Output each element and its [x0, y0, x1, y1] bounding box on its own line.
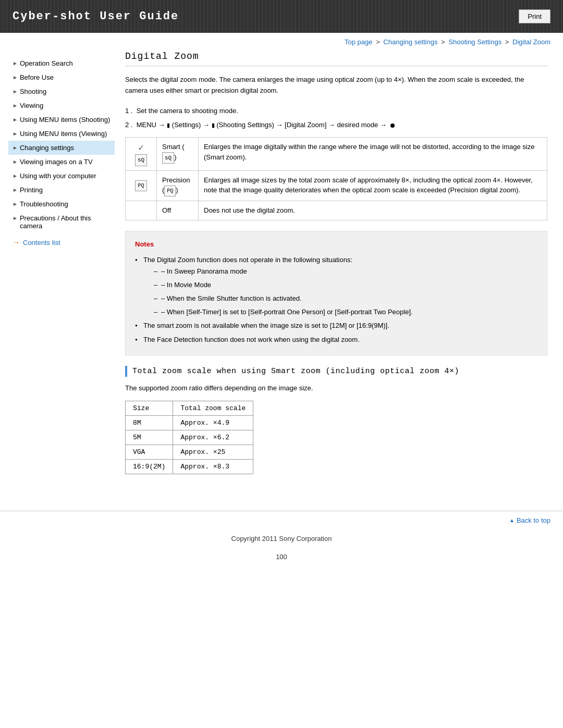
note-text-2: The smart zoom is not available when the… — [143, 322, 389, 329]
step-2-text: 2 . MENU → ▮ (Settings) → ▮ (Shooting Se… — [125, 121, 395, 129]
print-button[interactable]: Print — [519, 9, 550, 23]
list-item: – When the Smile Shutter function is act… — [154, 293, 537, 304]
precision-icon-cell: PQ — [126, 170, 157, 201]
arrow-icon: ► — [13, 159, 18, 165]
list-item: – In Sweep Panorama mode — [154, 266, 537, 277]
breadcrumb: Top page > Changing settings > Shooting … — [0, 33, 563, 51]
section-heading: Total zoom scale when using Smart zoom (… — [125, 366, 547, 377]
sidebar-item-label: Operation Search — [20, 59, 111, 67]
arrow-icon: ► — [13, 60, 18, 66]
intro-paragraph: Selects the digital zoom mode. The camer… — [125, 75, 547, 96]
step-1-text: 1 . Set the camera to shooting mode. — [125, 107, 238, 115]
sidebar-item-label: Troubleshooting — [20, 200, 111, 208]
checkmark-icon: ✓ — [138, 143, 144, 152]
zoom-options-table: ✓ sQ Smart (sQ) Enlarges the image digit… — [125, 137, 547, 220]
arrow-icon: ► — [13, 89, 18, 94]
contents-list-label: Contents list — [23, 239, 60, 246]
sidebar-item-shooting[interactable]: ► Shooting — [8, 84, 115, 98]
breadcrumb-digital-zoom[interactable]: Digital Zoom — [512, 38, 550, 46]
sidebar-item-label: Precautions / About this camera — [20, 214, 111, 230]
zoom-cell: Approx. ×25 — [173, 445, 253, 460]
note-text-3: The Face Detection function does not wor… — [143, 336, 360, 343]
table-row: 5M Approx. ×6.2 — [126, 430, 253, 445]
sub-notes-list: – In Sweep Panorama mode – In Movie Mode… — [143, 266, 537, 318]
steps-section: 1 . Set the camera to shooting mode. 2 .… — [125, 105, 547, 131]
step-2: 2 . MENU → ▮ (Settings) → ▮ (Shooting Se… — [125, 119, 547, 131]
sidebar-item-label: Using MENU items (Viewing) — [20, 130, 111, 138]
arrow-right-icon: → — [13, 238, 20, 246]
sidebar-item-changing-settings[interactable]: ► Changing settings — [8, 141, 115, 155]
table-row: VGA Approx. ×25 — [126, 445, 253, 460]
list-item: The smart zoom is not available when the… — [135, 320, 537, 331]
sidebar: ► Operation Search ► Before Use ► Shooti… — [0, 51, 115, 495]
sidebar-item-troubleshooting[interactable]: ► Troubleshooting — [8, 197, 115, 211]
sidebar-item-label: Changing settings — [20, 144, 111, 152]
list-item: – When [Self-Timer] is set to [Self-port… — [154, 306, 537, 318]
sidebar-item-label: Shooting — [20, 88, 111, 95]
sidebar-item-label: Viewing — [20, 102, 111, 109]
smart-icon-box: sQ — [135, 154, 147, 166]
breadcrumb-changing[interactable]: Changing settings — [383, 38, 437, 46]
size-col-header: Size — [126, 401, 173, 416]
notes-box: Notes The Digital Zoom function does not… — [125, 231, 547, 355]
sidebar-item-menu-viewing[interactable]: ► Using MENU items (Viewing) — [8, 127, 115, 141]
app-title: Cyber-shot User Guide — [13, 10, 179, 23]
table-row: Off Does not use the digital zoom. — [126, 201, 547, 220]
back-to-top-link[interactable]: ▲ Back to top — [509, 516, 550, 524]
page-title: Digital Zoom — [125, 51, 547, 66]
sidebar-item-label: Using MENU items (Shooting) — [20, 116, 111, 124]
page-header: Cyber-shot User Guide Print — [0, 0, 563, 33]
smart-icon-label: sQ — [162, 152, 174, 164]
list-item: – In Movie Mode — [154, 279, 537, 291]
zoom-cell: Approx. ×6.2 — [173, 430, 253, 445]
arrow-icon: ► — [13, 173, 18, 179]
sidebar-item-precautions[interactable]: ► Precautions / About this camera — [8, 211, 115, 233]
sidebar-item-operation-search[interactable]: ► Operation Search — [8, 56, 115, 70]
arrow-icon: ► — [13, 75, 18, 80]
step-1: 1 . Set the camera to shooting mode. — [125, 105, 547, 117]
page-footer: ▲ Back to top — [0, 511, 563, 529]
size-cell: VGA — [126, 445, 173, 460]
arrow-icon: ► — [13, 103, 18, 108]
sidebar-item-label: Before Use — [20, 73, 111, 81]
breadcrumb-top[interactable]: Top page — [345, 38, 373, 46]
sidebar-item-viewing-tv[interactable]: ► Viewing images on a TV — [8, 155, 115, 169]
smart-name-cell: Smart (sQ) — [157, 138, 199, 171]
note-text-1: The Digital Zoom function does not opera… — [143, 256, 352, 264]
table-row: 16:9(2M) Approx. ×8.3 — [126, 460, 253, 474]
precision-icon-label: PQ — [164, 186, 176, 196]
sidebar-item-label: Using with your computer — [20, 172, 111, 180]
page-number: 100 — [0, 548, 563, 566]
sidebar-item-computer[interactable]: ► Using with your computer — [8, 169, 115, 183]
arrow-icon: ► — [13, 117, 18, 122]
contents-list-link[interactable]: → Contents list — [8, 238, 115, 246]
list-item: The Face Detection function does not wor… — [135, 334, 537, 346]
size-table: Size Total zoom scale 8M Approx. ×4.9 5M… — [125, 401, 253, 474]
zoom-cell: Approx. ×8.3 — [173, 460, 253, 474]
smart-icon-cell: ✓ sQ — [126, 138, 157, 171]
smart-desc-cell: Enlarges the image digitally within the … — [199, 138, 547, 171]
off-icon-cell — [126, 201, 157, 220]
precision-icon-box: PQ — [135, 180, 146, 191]
precision-desc-cell: Enlarges all image sizes by the total zo… — [199, 170, 547, 201]
size-cell: 5M — [126, 430, 173, 445]
arrow-icon: ► — [13, 131, 18, 137]
size-cell: 8M — [126, 416, 173, 430]
sidebar-item-before-use[interactable]: ► Before Use — [8, 70, 115, 84]
arrow-icon: ► — [13, 201, 18, 207]
breadcrumb-shooting[interactable]: Shooting Settings — [448, 38, 501, 46]
copyright-text: Copyright 2011 Sony Corporation — [0, 529, 563, 548]
triangle-up-icon: ▲ — [509, 517, 515, 523]
precision-name-cell: Precision(PQ) — [157, 170, 199, 201]
off-desc-cell: Does not use the digital zoom. — [199, 201, 547, 220]
sidebar-item-printing[interactable]: ► Printing — [8, 183, 115, 197]
off-name-cell: Off — [157, 201, 199, 220]
sidebar-item-viewing[interactable]: ► Viewing — [8, 98, 115, 113]
sidebar-item-menu-shooting[interactable]: ► Using MENU items (Shooting) — [8, 113, 115, 127]
arrow-icon: ► — [13, 145, 18, 151]
table-header-row: Size Total zoom scale — [126, 401, 253, 416]
zoom-col-header: Total zoom scale — [173, 401, 253, 416]
main-content: Digital Zoom Selects the digital zoom mo… — [115, 51, 563, 495]
main-layout: ► Operation Search ► Before Use ► Shooti… — [0, 51, 563, 505]
table-row: ✓ sQ Smart (sQ) Enlarges the image digit… — [126, 138, 547, 171]
